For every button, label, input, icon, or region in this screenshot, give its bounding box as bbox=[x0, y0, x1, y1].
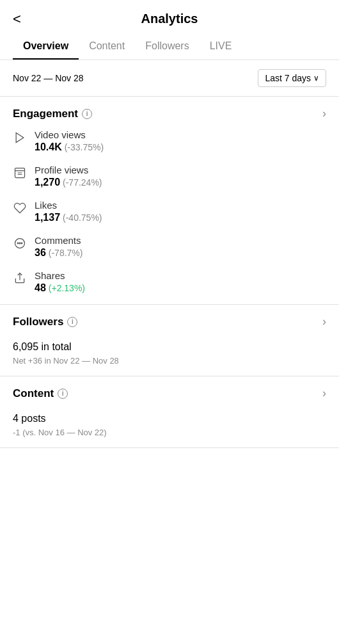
metric-profile-views-content: Profile views 1,270(-77.24%) bbox=[35, 165, 102, 188]
metric-shares: Shares 48(+2.13%) bbox=[13, 270, 326, 294]
date-row: Nov 22 — Nov 28 Last 7 days ∨ bbox=[0, 60, 339, 97]
content-vs-label: -1 (vs. Nov 16 — Nov 22) bbox=[13, 428, 326, 437]
date-dropdown-label: Last 7 days bbox=[265, 73, 311, 83]
tabs-bar: Overview Content Followers LIVE bbox=[0, 34, 339, 60]
followers-title: Followers bbox=[13, 316, 63, 328]
profile-views-icon bbox=[13, 166, 27, 180]
metric-profile-views: Profile views 1,270(-77.24%) bbox=[13, 165, 326, 188]
metric-comments: Comments 36(-78.7%) bbox=[13, 235, 326, 259]
metric-comments-change: (-78.7%) bbox=[49, 248, 83, 258]
followers-total-value: 6,095 in total bbox=[13, 337, 326, 354]
metric-shares-content: Shares 48(+2.13%) bbox=[35, 270, 85, 294]
metric-video-views-content: Video views 10.4K(-33.75%) bbox=[35, 129, 104, 153]
metric-likes-change: (-40.75%) bbox=[63, 213, 102, 223]
metric-video-views: Video views 10.4K(-33.75%) bbox=[13, 129, 326, 153]
metric-shares-change: (+2.13%) bbox=[49, 283, 85, 293]
followers-title-group: Followers i bbox=[13, 316, 77, 328]
followers-section-header: Followers i › bbox=[13, 315, 326, 328]
followers-net-label: Net +36 in Nov 22 — Nov 28 bbox=[13, 356, 326, 366]
content-section: Content i › 4 posts -1 (vs. Nov 16 — Nov… bbox=[0, 376, 339, 448]
content-section-header: Content i › bbox=[13, 387, 326, 400]
engagement-chevron-icon[interactable]: › bbox=[322, 107, 326, 120]
engagement-title: Engagement bbox=[13, 108, 78, 120]
metric-likes-value: 1,137(-40.75%) bbox=[35, 212, 102, 223]
engagement-section: Engagement i › Video views 10.4K(-33.75%… bbox=[0, 97, 339, 305]
metric-video-views-value: 10.4K(-33.75%) bbox=[35, 141, 104, 153]
svg-point-7 bbox=[19, 243, 20, 244]
tab-followers[interactable]: Followers bbox=[135, 34, 199, 60]
metric-comments-content: Comments 36(-78.7%) bbox=[35, 235, 83, 259]
followers-info-icon[interactable]: i bbox=[67, 317, 77, 327]
engagement-section-header: Engagement i › bbox=[13, 107, 326, 120]
svg-point-8 bbox=[21, 243, 22, 244]
followers-chevron-icon[interactable]: › bbox=[322, 315, 326, 328]
comments-icon bbox=[13, 236, 27, 250]
svg-marker-0 bbox=[16, 133, 24, 143]
engagement-info-icon[interactable]: i bbox=[82, 109, 92, 119]
engagement-title-group: Engagement i bbox=[13, 108, 92, 120]
content-title: Content bbox=[13, 387, 54, 400]
tab-content[interactable]: Content bbox=[79, 34, 135, 60]
tab-live[interactable]: LIVE bbox=[200, 34, 242, 60]
metric-shares-label: Shares bbox=[35, 270, 85, 281]
date-dropdown[interactable]: Last 7 days ∨ bbox=[258, 69, 326, 87]
metric-profile-views-value: 1,270(-77.24%) bbox=[35, 177, 102, 188]
content-title-group: Content i bbox=[13, 387, 68, 400]
metric-profile-views-change: (-77.24%) bbox=[63, 177, 102, 188]
likes-icon bbox=[13, 201, 27, 215]
metric-profile-views-label: Profile views bbox=[35, 165, 102, 175]
shares-icon bbox=[13, 271, 27, 286]
metric-likes: Likes 1,137(-40.75%) bbox=[13, 200, 326, 223]
back-button[interactable]: < bbox=[13, 12, 21, 26]
header: < Analytics bbox=[0, 0, 339, 34]
metric-video-views-change: (-33.75%) bbox=[65, 142, 104, 152]
followers-section: Followers i › 6,095 in total Net +36 in … bbox=[0, 305, 339, 376]
metric-shares-value: 48(+2.13%) bbox=[35, 282, 85, 294]
content-chevron-icon[interactable]: › bbox=[322, 387, 326, 400]
content-posts-suffix: posts bbox=[19, 413, 46, 424]
video-views-icon bbox=[13, 131, 27, 145]
content-info-icon[interactable]: i bbox=[58, 389, 68, 399]
metric-video-views-label: Video views bbox=[35, 129, 104, 140]
followers-total-suffix: in total bbox=[38, 341, 72, 352]
metric-likes-content: Likes 1,137(-40.75%) bbox=[35, 200, 102, 223]
metric-comments-label: Comments bbox=[35, 235, 83, 246]
metric-comments-value: 36(-78.7%) bbox=[35, 247, 83, 259]
date-range-label: Nov 22 — Nov 28 bbox=[13, 73, 84, 83]
svg-point-6 bbox=[17, 243, 19, 244]
metric-likes-label: Likes bbox=[35, 200, 102, 211]
content-posts-value: 4 posts bbox=[13, 409, 326, 426]
chevron-down-icon: ∨ bbox=[313, 74, 319, 83]
page-title: Analytics bbox=[141, 12, 198, 26]
tab-overview[interactable]: Overview bbox=[13, 34, 79, 60]
